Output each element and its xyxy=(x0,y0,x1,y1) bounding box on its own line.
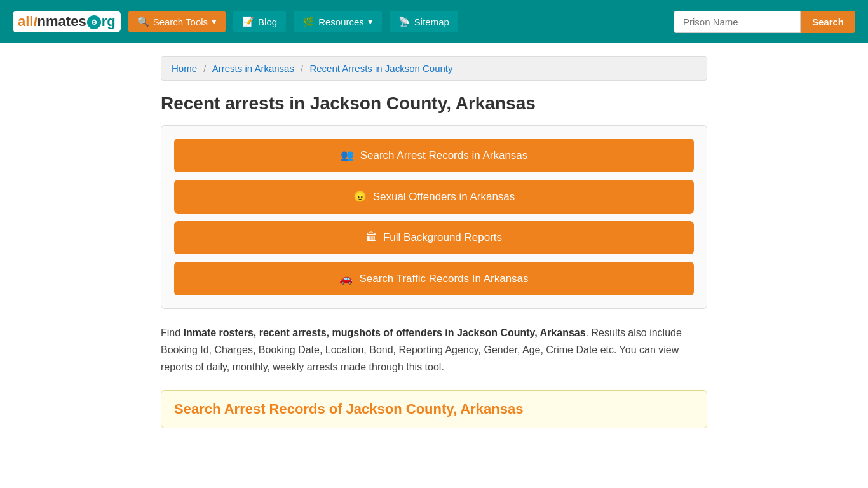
car-icon: 🚗 xyxy=(339,272,353,285)
breadcrumb-home[interactable]: Home xyxy=(172,63,197,74)
search-tools-button[interactable]: 🔍 Search Tools ▾ xyxy=(128,11,226,32)
resources-button[interactable]: 🌿 Resources ▾ xyxy=(294,11,382,32)
search-records-box: Search Arrest Records of Jackson County,… xyxy=(161,390,707,428)
dropdown-arrow-icon: ▾ xyxy=(212,16,217,27)
sexual-offenders-button[interactable]: 😠 Sexual Offenders in Arkansas xyxy=(174,180,694,214)
building-icon: 🏛 xyxy=(366,231,377,244)
prison-search-area: Search xyxy=(674,11,855,33)
prison-search-button[interactable]: Search xyxy=(801,11,855,33)
full-background-reports-button[interactable]: 🏛 Full Background Reports xyxy=(174,221,694,254)
breadcrumb-arrests[interactable]: Arrests in Arkansas xyxy=(212,63,294,74)
action-buttons-box: 👥 Search Arrest Records in Arkansas 😠 Se… xyxy=(161,125,707,309)
breadcrumb-separator-1: / xyxy=(203,63,206,74)
offender-icon: 😠 xyxy=(353,190,367,203)
search-records-title: Search Arrest Records of Jackson County,… xyxy=(174,401,694,417)
breadcrumb: Home / Arrests in Arkansas / Recent Arre… xyxy=(161,56,707,81)
description-text: Find Inmate rosters, recent arrests, mug… xyxy=(161,324,707,376)
logo-text: allInmates⚙rg xyxy=(18,13,116,30)
search-traffic-records-button[interactable]: 🚗 Search Traffic Records In Arkansas xyxy=(174,262,694,295)
sitemap-button[interactable]: 📡 Sitemap xyxy=(390,11,458,32)
people-icon: 👥 xyxy=(341,149,354,162)
dropdown-arrow-icon: ▾ xyxy=(368,16,373,27)
search-arrest-records-button[interactable]: 👥 Search Arrest Records in Arkansas xyxy=(174,139,694,172)
breadcrumb-current: Recent Arrests in Jackson County xyxy=(309,63,452,74)
site-header: allInmates⚙rg 🔍 Search Tools ▾ 📝 Blog 🌿 … xyxy=(0,0,868,43)
site-logo[interactable]: allInmates⚙rg xyxy=(13,11,121,32)
search-icon: 🔍 xyxy=(137,16,149,27)
blog-button[interactable]: 📝 Blog xyxy=(233,11,286,32)
page-title: Recent arrests in Jackson County, Arkans… xyxy=(161,93,707,114)
breadcrumb-separator-2: / xyxy=(301,63,303,74)
resources-icon: 🌿 xyxy=(302,16,315,27)
sitemap-icon: 📡 xyxy=(398,16,410,27)
blog-icon: 📝 xyxy=(242,16,254,27)
main-content: Home / Arrests in Arkansas / Recent Arre… xyxy=(148,43,720,441)
prison-name-input[interactable] xyxy=(674,11,801,33)
